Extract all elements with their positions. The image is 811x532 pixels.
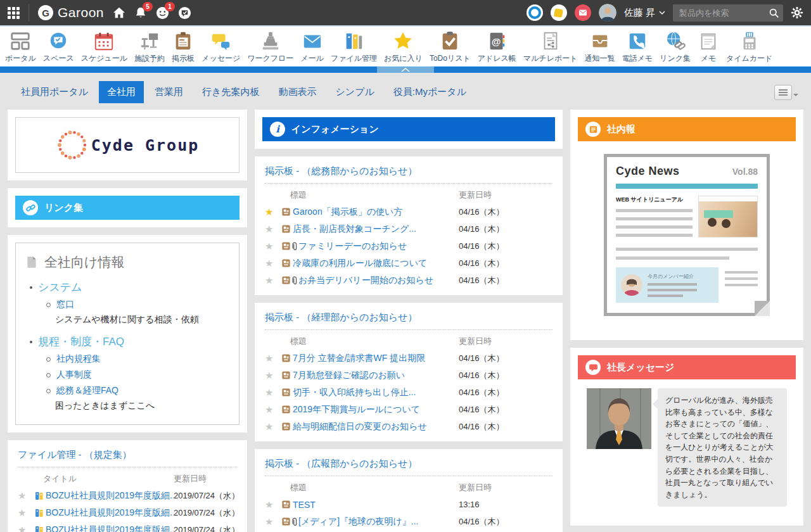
app-todo[interactable]: ToDoリスト xyxy=(428,30,472,64)
board-post-link[interactable]: Garoon「掲示板」の使い方 xyxy=(293,206,459,218)
board-post-link[interactable]: ファミリーデーのお知らせ xyxy=(298,241,459,252)
app-filemanagement[interactable]: ファイル管理 xyxy=(329,30,378,64)
app-facility[interactable]: 施設予約 xyxy=(133,30,166,64)
link-hr-system[interactable]: 人事制度 xyxy=(56,369,92,381)
newsletter-banner-label: 社内報 xyxy=(607,124,635,136)
star-icon[interactable]: ★ xyxy=(265,353,281,363)
user-avatar[interactable] xyxy=(599,4,616,22)
board-row: ★ 7月勤怠登録ご確認のお願い 04/16（木） xyxy=(265,367,552,384)
user-menu[interactable]: 佐藤 昇 xyxy=(624,7,665,19)
board-post-link[interactable]: 切手・収入印紙持ち出し停止... xyxy=(293,387,459,398)
board-post-date: 04/16（木） xyxy=(459,241,552,252)
app-phonememo[interactable]: 電話メモ xyxy=(621,30,655,64)
tab-employee-portal[interactable]: 社員用ポータル xyxy=(13,81,96,103)
app-multireport[interactable]: マルチレポート xyxy=(522,30,579,64)
search-icon[interactable] xyxy=(769,8,779,18)
file-link[interactable]: BOZU社社員規則2019年度版細... xyxy=(46,490,174,502)
file-link[interactable]: BOZU社社員規則2019年度版細... xyxy=(46,524,174,532)
mail-service-icon[interactable] xyxy=(575,4,591,21)
president-message-card: 社長メッセージ グローバル化が進み、海外販売比率も高まっている中、多様なお客さま… xyxy=(570,348,803,526)
portal-list-button[interactable] xyxy=(774,85,798,100)
newsletter-banner[interactable]: 社内報 xyxy=(578,117,796,141)
star-icon[interactable]: ★ xyxy=(265,388,281,397)
file-row: ★ BOZU社社員規則2019年度版細... 2019/07/24（水） xyxy=(18,487,237,504)
star-icon[interactable]: ★ xyxy=(265,258,281,268)
star-icon[interactable]: ★ xyxy=(265,224,281,234)
app-favorite[interactable]: お気に入り xyxy=(383,30,424,64)
information-banner[interactable]: i インフォメーション xyxy=(262,117,555,141)
tab-destination-board[interactable]: 行き先案内板 xyxy=(194,81,267,103)
app-bulletin[interactable]: 掲示板 xyxy=(170,30,196,64)
app-notifications[interactable]: 通知一覧 xyxy=(584,30,616,64)
tab-sales[interactable]: 営業用 xyxy=(146,81,191,103)
notification-bell-icon[interactable]: 5 xyxy=(134,6,147,19)
search-input[interactable] xyxy=(678,8,769,18)
star-icon[interactable]: ★ xyxy=(265,517,281,526)
bulletin-post-icon xyxy=(281,422,293,431)
link-madoguchi[interactable]: 窓口 xyxy=(56,299,74,310)
link-rulebook[interactable]: 社内規程集 xyxy=(56,353,101,365)
tab-simple[interactable]: シンプル xyxy=(327,81,382,103)
file-management-section-card: ファイル管理 - （規定集） タイトル 更新日時 ★ BOZU社社員規則2019… xyxy=(8,440,247,532)
board-row: ★ 7月分 立替金/請求書WF 提出期限 04/16（木） xyxy=(265,350,552,367)
reaction-smiley-icon[interactable]: 1 xyxy=(156,6,169,20)
star-icon[interactable]: ★ xyxy=(265,422,281,431)
president-banner-label: 社長メッセージ xyxy=(607,362,674,374)
board-post-link[interactable]: 7月勤怠登録ご確認のお願い xyxy=(293,370,459,381)
star-icon[interactable]: ★ xyxy=(265,241,281,251)
app-launcher-grid-icon[interactable] xyxy=(8,7,20,19)
multireport-icon xyxy=(540,30,561,52)
board-section-header[interactable]: 掲示板 - （広報部からのお知らせ） xyxy=(265,458,552,476)
link-general-accounting-faq[interactable]: 総務＆経理FAQ xyxy=(56,385,118,396)
app-space[interactable]: スペース xyxy=(42,30,75,64)
app-addressbook[interactable]: @ アドレス帳 xyxy=(476,30,518,64)
board-post-link[interactable]: 冷蔵庫の利用ルール徹底について xyxy=(293,258,459,269)
file-section-header[interactable]: ファイル管理 - （規定集） xyxy=(18,449,237,467)
star-icon[interactable]: ★ xyxy=(265,207,281,217)
company-logo[interactable]: Cyde Group xyxy=(15,117,239,173)
gear-icon[interactable] xyxy=(791,6,803,19)
star-icon[interactable]: ★ xyxy=(18,508,34,517)
bulletin-post-icon xyxy=(281,224,293,234)
app-portal[interactable]: ポータル xyxy=(4,30,37,64)
right-column: 社内報 Cyde News Vol.88 WEB サイトリニューアル xyxy=(570,110,803,532)
app-schedule[interactable]: スケジュール xyxy=(80,30,129,64)
respond-bubble-check-icon[interactable] xyxy=(178,6,191,20)
garoon-logo[interactable]: G Garoon xyxy=(38,5,104,20)
tab-executive-myportal[interactable]: 役員:Myポータル xyxy=(385,81,475,103)
board-post-link[interactable]: お弁当デリバリー開始のお知らせ xyxy=(298,275,459,286)
links-banner[interactable]: リンク集 xyxy=(15,196,239,220)
kintone-service-icon[interactable] xyxy=(551,4,567,21)
link-rules-faq[interactable]: 規程・制度・FAQ xyxy=(38,334,124,349)
info-link-faq: 総務＆経理FAQ xyxy=(46,385,230,396)
app-memo[interactable]: メモ xyxy=(696,30,720,64)
tab-video[interactable]: 動画表示 xyxy=(270,81,324,103)
president-banner[interactable]: 社長メッセージ xyxy=(578,355,796,379)
app-workflow[interactable]: ワークフロー xyxy=(246,30,295,64)
board-post-link[interactable]: 7月分 立替金/請求書WF 提出期限 xyxy=(293,353,459,364)
app-links[interactable]: リンク集 xyxy=(658,30,692,64)
board-post-link[interactable]: TEST xyxy=(293,500,459,510)
board-post-link[interactable]: [メディア]『地球の夜明け』... xyxy=(298,516,459,528)
app-message[interactable]: メッセージ xyxy=(200,30,241,64)
app-mail[interactable]: メール xyxy=(299,30,325,64)
star-icon[interactable]: ★ xyxy=(265,500,281,509)
board-section-header[interactable]: 掲示板 - （経理部からのお知らせ） xyxy=(265,312,552,330)
link-system[interactable]: システム xyxy=(38,280,82,294)
file-link[interactable]: BOZU社社員規則2019年度版細... xyxy=(46,507,174,519)
home-icon[interactable] xyxy=(113,6,125,19)
star-icon[interactable]: ★ xyxy=(18,491,34,500)
star-icon[interactable]: ★ xyxy=(18,525,34,532)
star-icon[interactable]: ★ xyxy=(265,370,281,380)
star-icon[interactable]: ★ xyxy=(265,405,281,414)
board-row: ★ 給与明細配信日の変更のお知らせ 04/16（木） xyxy=(265,418,552,435)
tab-company-wide[interactable]: 全社用 xyxy=(99,81,144,103)
star-icon[interactable]: ★ xyxy=(265,276,281,285)
app-timecard[interactable]: タイムカード xyxy=(725,30,774,64)
cybozu-service-ring-icon[interactable] xyxy=(527,4,543,21)
board-section-header[interactable]: 掲示板 - （総務部からのお知らせ） xyxy=(265,165,552,184)
board-post-link[interactable]: 2019年下期賞与ルールについて xyxy=(293,404,459,415)
board-post-link[interactable]: 店長・副店長対象コーチング... xyxy=(293,224,459,235)
board-post-link[interactable]: 給与明細配信日の変更のお知らせ xyxy=(293,421,459,433)
appbar-collapse-handle[interactable] xyxy=(377,66,434,73)
